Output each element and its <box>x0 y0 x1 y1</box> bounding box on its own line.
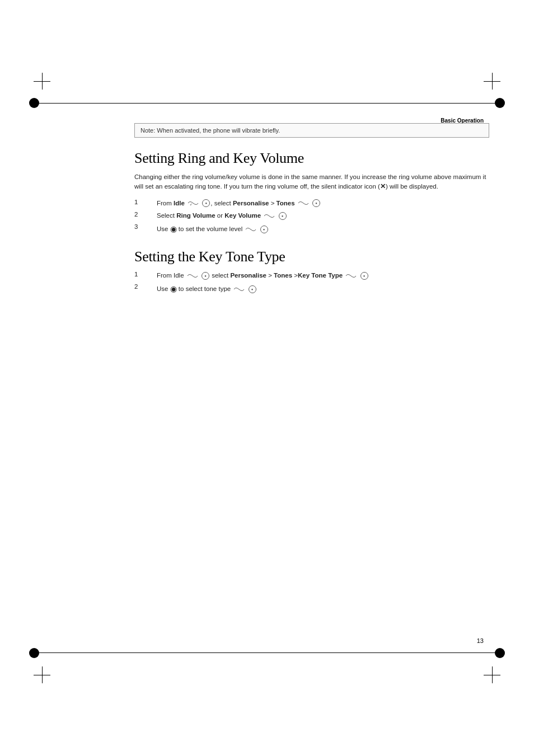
step-1: 1 From Idle ↙ , select Personalise > Ton… <box>134 199 489 208</box>
step-s2-1: 1 From Idle select Personalise > Tones >… <box>134 271 489 280</box>
ok-icon-3 <box>260 226 268 233</box>
nav-icon-2 <box>263 213 275 219</box>
ok-icon-s2-2 <box>249 285 256 293</box>
svg-text:↙: ↙ <box>190 203 193 206</box>
ok-icon-2 <box>279 212 287 220</box>
nav-icon-3 <box>245 226 257 233</box>
horizontal-rule-bottom <box>36 652 498 653</box>
page-number: 13 <box>477 637 484 644</box>
corner-mark-bottom-left <box>34 666 50 683</box>
horizontal-rule-top <box>36 103 498 104</box>
corner-mark-top-right <box>484 73 500 90</box>
section2-steps: 1 From Idle select Personalise > Tones >… <box>134 271 489 295</box>
nav-icon-1a: ↙ <box>187 200 199 206</box>
page: Basic Operation Note: When activated, th… <box>0 0 534 756</box>
circle-mark-bottom-left <box>29 648 39 658</box>
corner-mark-top-left <box>34 73 50 90</box>
section2-heading: Setting the Key Tone Type <box>134 248 489 265</box>
main-content: Note: When activated, the phone will vib… <box>134 123 489 308</box>
step-3: 3 Use ◉ to set the volume level <box>134 223 489 235</box>
section1-steps: 1 From Idle ↙ , select Personalise > Ton… <box>134 199 489 236</box>
step-s2-2: 2 Use ◉ to select tone type <box>134 283 489 295</box>
nav-icon-s2-1a <box>186 273 199 279</box>
ok-icon-s2-1b <box>360 272 368 280</box>
section1-heading: Setting Ring and Key Volume <box>134 150 489 167</box>
circle-mark-bottom-right <box>495 648 505 658</box>
section1-body: Changing either the ring volume/key volu… <box>134 172 489 192</box>
ok-icon-1b <box>312 199 320 207</box>
nav-icon-s2-2 <box>233 286 245 293</box>
step-2: 2 Select Ring Volume or Key Volume <box>134 211 489 220</box>
note-text: Note: When activated, the phone will vib… <box>140 127 280 134</box>
nav-icon-1b <box>297 200 310 206</box>
note-box: Note: When activated, the phone will vib… <box>134 123 489 138</box>
corner-mark-bottom-right <box>484 666 500 683</box>
ok-icon-1a <box>202 199 210 207</box>
ok-icon-s2-1a <box>202 272 209 280</box>
nav-icon-s2-1b <box>345 273 357 279</box>
